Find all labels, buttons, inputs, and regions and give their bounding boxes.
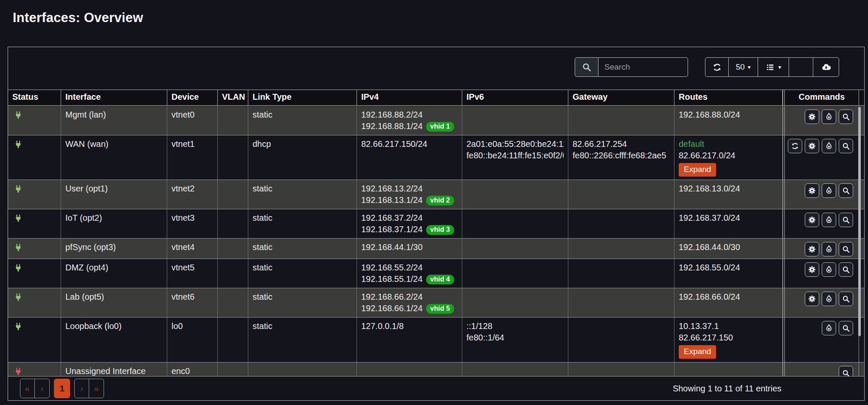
table-row: User (opt1)vtnet2static192.168.13.2/2419…: [8, 180, 864, 209]
interface-settings-button[interactable]: [805, 183, 819, 198]
export-download-button[interactable]: [813, 57, 839, 77]
flame-button[interactable]: [822, 213, 836, 227]
expand-routes-button[interactable]: Expand: [679, 163, 716, 177]
cell-line: dhcp: [253, 138, 352, 150]
cell-ipv4: 192.168.13.2/24192.168.13.1/24vhid 2: [357, 180, 462, 209]
table-row: Unassigned Interfaceenc0: [8, 363, 864, 376]
plug-icon: [14, 366, 23, 376]
cell-status: [8, 135, 61, 180]
cell-vlan: [218, 259, 248, 288]
interface-settings-button[interactable]: [805, 110, 819, 124]
cell-routes: 192.168.44.0/30: [674, 239, 783, 259]
gear-icon: [808, 295, 816, 303]
flame-button[interactable]: [822, 110, 836, 124]
interface-settings-button[interactable]: [805, 213, 819, 227]
table-row: Lab (opt5)vtnet6static192.168.66.2/24192…: [8, 288, 864, 318]
cell-line: 192.168.88.2/24: [361, 109, 458, 121]
search-icon: [842, 216, 850, 224]
plug-icon: [14, 321, 23, 332]
cell-line: Lab (opt5): [65, 291, 163, 303]
details-button[interactable]: [839, 139, 853, 153]
pagination: « ‹ 1 › »: [20, 379, 104, 398]
search-icon: [842, 245, 850, 253]
details-button[interactable]: [839, 183, 853, 198]
cell-interface: User (opt1): [61, 180, 167, 209]
previous-page-button[interactable]: ‹: [35, 379, 49, 398]
search-button[interactable]: [575, 57, 598, 77]
column-selector-dropdown[interactable]: ▾: [758, 57, 789, 77]
column-header-ipv4[interactable]: IPv4: [357, 90, 462, 105]
last-page-button[interactable]: »: [89, 379, 104, 398]
flame-button[interactable]: [822, 262, 836, 277]
cell-device: vtnet3: [167, 209, 218, 238]
cell-routes: 192.168.88.0/24: [674, 106, 783, 135]
details-button[interactable]: [839, 262, 853, 277]
flame-button[interactable]: [822, 292, 836, 306]
column-header-vlan[interactable]: VLAN: [218, 90, 248, 105]
cell-line: static: [253, 212, 352, 224]
column-header-device[interactable]: Device: [167, 90, 218, 105]
cell-ipv4: [357, 363, 462, 376]
cell-routes: 192.168.66.0/24: [674, 288, 783, 317]
cell-line: vtnet3: [171, 212, 213, 224]
cell-line: vtnet1: [171, 138, 213, 150]
cell-vlan: [218, 135, 248, 180]
cell-line: Mgmt (lan): [65, 109, 163, 121]
column-header-commands[interactable]: Commands: [785, 90, 859, 105]
expand-routes-button[interactable]: Expand: [679, 345, 716, 359]
cell-gateway: [568, 180, 674, 209]
interface-settings-button[interactable]: [805, 262, 819, 277]
reload-button[interactable]: [788, 139, 802, 153]
cell-ipv6: [462, 363, 568, 376]
interface-settings-button[interactable]: [805, 139, 819, 153]
cell-commands: [785, 106, 859, 135]
next-page-button[interactable]: ›: [75, 379, 89, 398]
interface-settings-button[interactable]: [805, 292, 819, 306]
status-plug-icon: [14, 187, 23, 197]
search-icon: [842, 186, 850, 195]
details-button[interactable]: [839, 292, 853, 306]
page-size-dropdown[interactable]: 50 ▾: [728, 57, 758, 77]
column-header-routes[interactable]: Routes: [674, 90, 783, 105]
table-row: Loopback (lo0)lo0static127.0.0.1/8::1/12…: [8, 318, 864, 363]
status-plug-icon: [14, 113, 23, 123]
flame-button[interactable]: [822, 183, 836, 198]
cell-vlan: [218, 288, 248, 317]
details-button[interactable]: [839, 213, 853, 227]
details-button[interactable]: [839, 366, 853, 376]
flame-button[interactable]: [822, 242, 836, 256]
current-page-button[interactable]: 1: [54, 379, 70, 398]
column-header-interface[interactable]: Interface: [61, 90, 167, 105]
cell-line: WAN (wan): [65, 138, 163, 150]
cell-gateway: [568, 259, 674, 288]
cell-line: pfSync (opt3): [65, 242, 163, 253]
cell-commands: [785, 135, 859, 180]
column-header-status[interactable]: Status: [8, 90, 61, 105]
cell-gateway: [568, 363, 674, 376]
vertical-scrollbar[interactable]: [858, 107, 861, 336]
column-header-link-type[interactable]: Link Type: [248, 90, 357, 105]
table-header-row: StatusInterfaceDeviceVLANLink TypeIPv4IP…: [8, 90, 864, 106]
cell-link-type: static: [248, 209, 357, 238]
cell-line: 192.168.13.2/24: [361, 183, 458, 194]
details-button[interactable]: [839, 321, 853, 335]
flame-icon: [825, 216, 833, 224]
details-button[interactable]: [839, 242, 853, 256]
interfaces-overview-page: Interfaces: Overview: [0, 0, 868, 405]
cell-line: static: [253, 291, 352, 303]
details-button[interactable]: [839, 110, 853, 124]
column-header-ipv6[interactable]: IPv6: [462, 90, 568, 105]
flame-button[interactable]: [822, 139, 836, 153]
interface-settings-button[interactable]: [805, 242, 819, 256]
column-header-gateway[interactable]: Gateway: [568, 90, 674, 105]
first-page-button[interactable]: «: [20, 379, 35, 398]
status-plug-icon: [14, 246, 23, 255]
blank-toolbar-button[interactable]: [789, 57, 813, 77]
status-plug-icon: [14, 295, 23, 305]
cell-ipv4: 192.168.55.2/24192.168.55.1/24vhid 4: [357, 259, 462, 288]
flame-button[interactable]: [822, 321, 836, 335]
search-input[interactable]: [598, 57, 688, 77]
gear-icon: [808, 112, 816, 121]
refresh-table-button[interactable]: [705, 57, 729, 77]
cell-line: 82.66.217.0/24: [679, 150, 778, 161]
